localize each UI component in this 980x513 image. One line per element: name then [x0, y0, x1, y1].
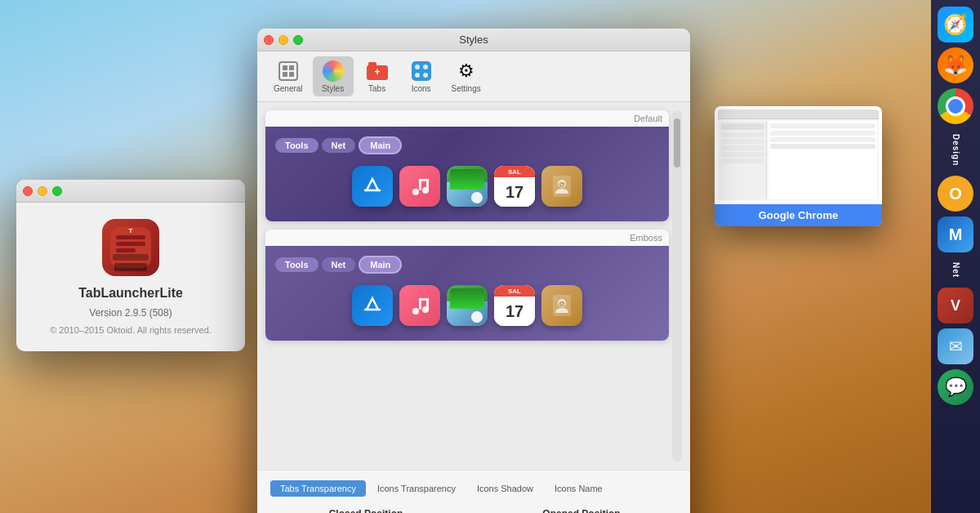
chrome-preview-sidebar	[719, 121, 767, 199]
maximize-button[interactable]	[52, 186, 62, 196]
tab-icons-name[interactable]: Icons Name	[545, 480, 612, 497]
default-tab-main[interactable]: Main	[359, 136, 402, 154]
default-icon-appstore	[352, 166, 393, 207]
svg-rect-24	[426, 179, 429, 190]
style-card-default[interactable]: Default Tools Net Main	[265, 110, 669, 221]
toolbar-tabs-btn[interactable]: + Tabs	[357, 56, 398, 96]
default-tab-bar: Tools Net Main	[275, 136, 659, 154]
closed-position-title: Closed Position	[270, 508, 461, 513]
dock-icon-safari[interactable]	[938, 7, 973, 42]
tab-icons-transparency[interactable]: Icons Transparency	[368, 480, 466, 497]
about-app-icon: T	[102, 219, 159, 276]
styles-main: Default Tools Net Main	[265, 110, 669, 462]
default-icon-calendar: SAL 17	[494, 166, 535, 207]
svg-point-16	[423, 65, 428, 69]
toolbar-settings-btn[interactable]: ⚙ Settings	[445, 56, 488, 96]
default-icons-row: SAL 17 @	[275, 161, 659, 212]
emboss-icon-music	[399, 285, 440, 326]
styles-titlebar: Styles	[257, 29, 690, 51]
icons-label: Icons	[412, 84, 431, 93]
svg-rect-23	[419, 179, 421, 190]
about-titlebar	[16, 180, 245, 203]
minimize-button[interactable]	[38, 186, 47, 196]
styles-minimize-button[interactable]	[278, 35, 288, 45]
svg-text:@: @	[559, 181, 565, 188]
emboss-tab-main[interactable]: Main	[359, 256, 402, 274]
settings-icon: ⚙	[455, 60, 478, 83]
about-app-name: TabLauncherLite	[78, 286, 183, 301]
tabs-label: Tabs	[368, 84, 385, 93]
emboss-icon-addressbook: @	[541, 285, 582, 326]
scrollbar-thumb[interactable]	[674, 118, 680, 167]
settings-label: Settings	[452, 84, 481, 93]
svg-text:@: @	[559, 300, 565, 307]
svg-rect-3	[116, 248, 136, 252]
emboss-label: Emboss	[630, 233, 662, 243]
default-tab-tools[interactable]: Tools	[275, 138, 318, 153]
default-icon-addressbook: @	[541, 166, 582, 207]
chrome-preview-browser	[718, 109, 879, 201]
toolbar-styles-btn[interactable]: Styles	[313, 56, 354, 96]
default-tab-net[interactable]: Net	[322, 138, 356, 153]
default-icon-music	[399, 166, 440, 207]
about-version: Version 2.9.5 (508)	[89, 307, 172, 319]
styles-label: Styles	[322, 84, 344, 93]
emboss-icon-calendar: SAL 17	[494, 285, 535, 326]
dock-icon-mail[interactable]: ✉	[938, 328, 973, 364]
emboss-icons-row: SAL 17 @	[275, 280, 659, 331]
chrome-preview-body	[718, 119, 879, 201]
chrome-preview-window[interactable]: Google Chrome	[715, 106, 882, 226]
svg-point-20	[412, 189, 419, 195]
emboss-tab-net[interactable]: Net	[322, 257, 356, 272]
svg-point-29	[412, 308, 419, 314]
styles-icon	[322, 60, 345, 83]
svg-rect-2	[116, 242, 145, 246]
dock: Design O M Net V ✉ 💬	[931, 0, 980, 513]
style-card-default-header: Default	[265, 110, 669, 127]
styles-window: Styles General Styles	[257, 29, 690, 513]
svg-rect-32	[419, 298, 421, 310]
default-icon-photos	[447, 166, 488, 207]
styles-close-button[interactable]	[264, 35, 274, 45]
svg-rect-14	[412, 61, 431, 81]
styles-window-title: Styles	[459, 33, 488, 46]
dock-icon-vivaldi[interactable]: V	[938, 288, 973, 323]
closed-position-slider-group: Closed Position Transparent Opaque	[270, 508, 461, 513]
dock-section-label-net: Net	[950, 259, 962, 281]
svg-rect-9	[283, 72, 287, 77]
svg-text:+: +	[374, 66, 380, 78]
scrollbar-track[interactable]	[672, 110, 682, 462]
style-card-emboss[interactable]: Emboss Tools Net Main	[265, 230, 669, 341]
about-content: T TabLauncherLite Version 2.9.5 (508) © …	[16, 203, 245, 351]
dock-icon-firefox[interactable]	[938, 47, 973, 83]
style-card-emboss-header: Emboss	[265, 230, 669, 246]
chrome-preview-content	[715, 106, 882, 204]
styles-content: Default Tools Net Main	[257, 102, 690, 470]
emboss-tab-tools[interactable]: Tools	[275, 257, 318, 272]
dock-icon-chrome[interactable]	[938, 88, 973, 124]
tabs-icon: +	[366, 60, 389, 83]
close-button[interactable]	[23, 186, 33, 196]
styles-maximize-button[interactable]	[293, 35, 303, 45]
chrome-preview-title[interactable]: Google Chrome	[715, 204, 882, 226]
about-copyright: © 2010–2015 Oktoid. All rights reserved.	[50, 325, 212, 335]
about-window: T TabLauncherLite Version 2.9.5 (508) © …	[16, 180, 245, 351]
svg-rect-4	[113, 254, 149, 261]
chrome-preview-bar	[718, 109, 879, 119]
toolbar-general-btn[interactable]: General	[267, 56, 310, 96]
tab-icons-shadow[interactable]: Icons Shadow	[467, 480, 543, 497]
tab-tabs-transparency[interactable]: Tabs Transparency	[270, 480, 366, 497]
svg-rect-7	[283, 65, 287, 70]
dock-icon-maxthon[interactable]: M	[938, 216, 973, 252]
opened-position-slider-group: Opened Position Transparent Opaque	[486, 508, 677, 513]
toolbar-icons-btn[interactable]: Icons	[401, 56, 442, 96]
styles-toolbar: General Styles + Tabs	[257, 51, 690, 102]
svg-rect-1	[116, 235, 145, 239]
dock-icon-opera[interactable]: O	[938, 176, 973, 212]
default-label: Default	[634, 114, 662, 123]
sliders-row: Closed Position Transparent Opaque Opene…	[270, 508, 677, 513]
emboss-icon-appstore	[352, 285, 393, 326]
svg-rect-33	[426, 298, 429, 310]
svg-rect-6	[279, 62, 297, 80]
dock-icon-messages[interactable]: 💬	[938, 369, 973, 405]
